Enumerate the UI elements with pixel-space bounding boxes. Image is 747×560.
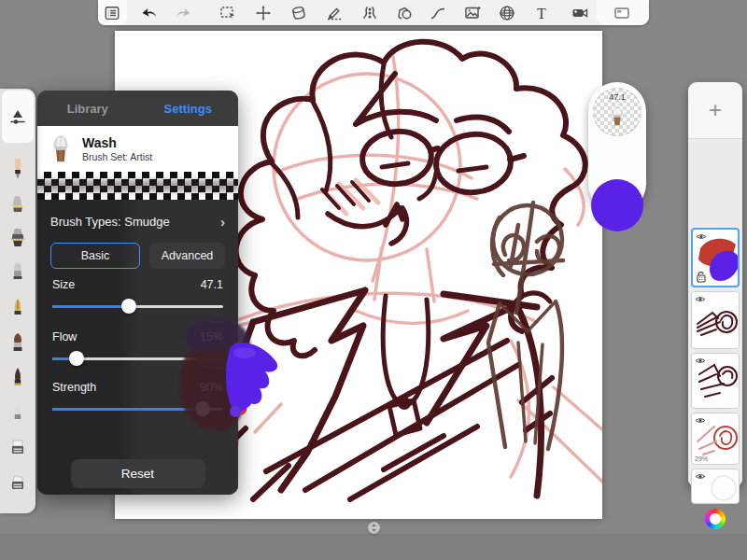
undo-icon[interactable] (139, 3, 160, 23)
layer-visibility-icon[interactable] (695, 472, 706, 481)
slice-icon[interactable] (324, 3, 345, 23)
flow-label-row: Flow 15% (52, 330, 223, 343)
brush-types-row[interactable]: Brush Types: Smudge › (37, 205, 238, 237)
color-wheel-button[interactable] (705, 509, 726, 529)
strength-label-row: Strength 90% (52, 381, 223, 394)
brush-name: Wash (82, 135, 152, 152)
brush-angled-marker[interactable] (6, 469, 30, 497)
layer-item-2[interactable] (691, 291, 740, 349)
strength-slider-thumb[interactable] (195, 401, 210, 416)
panel-body: Brush Types: Smudge › Basic Advanced Siz… (37, 200, 238, 495)
brush-airbrush[interactable] (6, 225, 30, 253)
brush-round-paintbrush[interactable] (6, 329, 30, 357)
layer-opacity-label: 29% (695, 455, 708, 462)
brush-size-preview[interactable]: 47.1 (593, 88, 641, 136)
layers-panel: + (688, 82, 742, 487)
layer-item-5[interactable] (691, 469, 740, 504)
canvas-pull-handle[interactable] (368, 522, 380, 534)
wash-brush-icon (49, 135, 73, 163)
size-label: Size (52, 278, 75, 291)
brush-size-value: 47.1 (609, 92, 626, 102)
curve-icon[interactable] (428, 3, 448, 23)
import-image-icon[interactable] (462, 3, 483, 23)
brush-info-row[interactable]: Wash Brush Set: Artist (37, 126, 238, 172)
layer-item-3[interactable] (691, 353, 740, 409)
brush-marker[interactable] (6, 259, 30, 287)
brush-settings-panel: Library Settings Wash Brush Set: Artist … (37, 91, 238, 495)
flow-slider[interactable] (52, 351, 223, 366)
bottom-bar (0, 534, 747, 560)
brush-stroke-preview (37, 172, 238, 200)
text-icon[interactable]: T (531, 3, 552, 23)
grid-sphere-icon[interactable] (497, 3, 517, 23)
menu-icon[interactable] (102, 3, 122, 23)
brush-eraser[interactable] (6, 190, 30, 218)
top-toolbar: T (98, 0, 649, 25)
mask-icon[interactable] (289, 3, 309, 23)
layer-visibility-icon[interactable] (696, 232, 707, 241)
flow-label: Flow (52, 330, 77, 343)
active-color-swatch[interactable] (591, 179, 643, 231)
brush-size-color-pill: 47.1 (588, 82, 646, 213)
strength-slider-fill (52, 408, 203, 411)
mini-brush-icon (610, 105, 625, 128)
brush-active-wash[interactable] (2, 91, 34, 143)
layer-item-4[interactable]: 29% (691, 413, 740, 465)
advanced-button[interactable]: Advanced (149, 243, 225, 269)
basic-button[interactable]: Basic (50, 243, 140, 269)
reset-button[interactable]: Reset (71, 459, 205, 488)
brush-types-label: Brush Types: Smudge (50, 215, 220, 229)
brush-list (0, 143, 35, 513)
tab-settings[interactable]: Settings (138, 91, 239, 126)
text-glyph: T (537, 6, 546, 21)
brush-title-block: Wash Brush Set: Artist (82, 135, 152, 163)
layers-body: 29% (688, 139, 742, 487)
layer-visibility-icon[interactable] (695, 295, 706, 303)
shape-select-icon[interactable] (394, 3, 415, 23)
strength-slider[interactable] (52, 401, 223, 416)
stroke-preview-smear (37, 180, 238, 191)
record-icon[interactable] (570, 3, 590, 23)
layer-visibility-icon[interactable] (695, 357, 706, 365)
wash-brush-selected-icon (7, 106, 28, 127)
brush-set: Brush Set: Artist (82, 151, 152, 162)
size-value: 47.1 (201, 278, 223, 291)
brush-soft-pastel[interactable] (6, 399, 30, 427)
brush-pencil[interactable] (6, 155, 30, 183)
strength-label: Strength (52, 381, 96, 394)
layer-visibility-icon[interactable] (695, 416, 706, 425)
select-icon[interactable] (218, 3, 238, 23)
resize-handle-icon (370, 524, 378, 532)
panel-tabs: Library Settings (37, 91, 238, 126)
warp-icon[interactable] (359, 3, 380, 23)
flow-slider-thumb[interactable] (69, 351, 84, 366)
add-layer-button[interactable]: + (688, 91, 742, 129)
size-label-row: Size 47.1 (52, 278, 223, 291)
brush-flat-marker[interactable] (6, 434, 30, 462)
flow-value: 15% (200, 330, 223, 343)
size-slider[interactable] (52, 299, 223, 314)
size-slider-fill (52, 305, 129, 308)
strength-value: 90% (200, 381, 223, 394)
redo-icon[interactable] (173, 3, 193, 23)
brush-sidebar (0, 89, 35, 513)
layer-item-1[interactable] (691, 228, 740, 287)
screen-frame-icon[interactable] (612, 3, 632, 23)
brush-ink-brush[interactable] (6, 365, 30, 393)
tab-library[interactable]: Library (37, 91, 138, 126)
move-icon[interactable] (253, 3, 274, 23)
mode-row: Basic Advanced (50, 243, 225, 269)
brush-fountain-pen[interactable] (6, 295, 30, 323)
size-slider-thumb[interactable] (121, 299, 136, 314)
chevron-right-icon: › (220, 214, 225, 230)
alpha-lock-icon[interactable] (696, 271, 706, 283)
